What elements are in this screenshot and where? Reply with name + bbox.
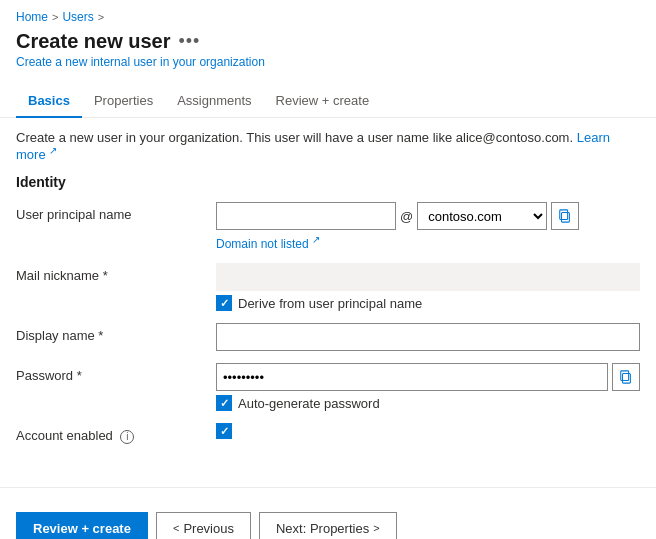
account-enabled-label: Account enabled i: [16, 423, 216, 444]
breadcrumb-users[interactable]: Users: [62, 10, 93, 24]
mail-nickname-display: [216, 263, 640, 291]
tab-properties[interactable]: Properties: [82, 85, 165, 118]
password-control: Auto-generate password: [216, 363, 640, 411]
breadcrumb: Home > Users >: [0, 0, 656, 30]
derive-label: Derive from user principal name: [238, 296, 422, 311]
at-symbol: @: [400, 209, 413, 224]
more-options-icon[interactable]: •••: [179, 31, 201, 52]
password-copy-button[interactable]: [612, 363, 640, 391]
display-name-input[interactable]: [216, 323, 640, 351]
svg-rect-3: [621, 371, 629, 381]
account-enabled-row: Account enabled i: [16, 423, 640, 451]
password-input[interactable]: [216, 363, 608, 391]
svg-rect-1: [560, 210, 568, 220]
display-name-control: [216, 323, 640, 351]
next-chevron-icon: >: [373, 522, 379, 534]
account-enabled-info-icon[interactable]: i: [120, 430, 134, 444]
svg-rect-2: [623, 374, 631, 384]
review-create-button[interactable]: Review + create: [16, 512, 148, 539]
page-title: Create new user: [16, 30, 171, 53]
breadcrumb-sep2: >: [98, 11, 104, 23]
upn-row: User principal name @ contoso.com Domain…: [16, 202, 640, 251]
domain-select[interactable]: contoso.com: [417, 202, 547, 230]
tab-assignments[interactable]: Assignments: [165, 85, 263, 118]
svg-rect-0: [562, 213, 570, 223]
mail-nickname-control: Derive from user principal name: [216, 263, 640, 311]
display-name-row: Display name *: [16, 323, 640, 351]
upn-control: @ contoso.com Domain not listed ↗: [216, 202, 640, 251]
account-enabled-control: [216, 423, 640, 439]
auto-generate-checkbox[interactable]: [216, 395, 232, 411]
prev-chevron-icon: <: [173, 522, 179, 534]
tab-basics[interactable]: Basics: [16, 85, 82, 118]
form-content: Create a new user in your organization. …: [0, 118, 656, 475]
info-text: Create a new user in your organization. …: [16, 130, 640, 162]
auto-generate-label: Auto-generate password: [238, 396, 380, 411]
upn-copy-button[interactable]: [551, 202, 579, 230]
password-label: Password *: [16, 363, 216, 383]
account-enabled-checkbox[interactable]: [216, 423, 232, 439]
section-identity-title: Identity: [16, 174, 640, 190]
tabs-nav: Basics Properties Assignments Review + c…: [0, 85, 656, 118]
breadcrumb-home[interactable]: Home: [16, 10, 48, 24]
display-name-label: Display name *: [16, 323, 216, 343]
tab-review-create[interactable]: Review + create: [264, 85, 382, 118]
previous-button[interactable]: < Previous: [156, 512, 251, 539]
upn-input[interactable]: [216, 202, 396, 230]
page-header: Create new user ••• Create a new interna…: [0, 30, 656, 77]
password-row: Password * Auto-generate password: [16, 363, 640, 411]
footer: Review + create < Previous Next: Propert…: [0, 500, 656, 539]
breadcrumb-sep1: >: [52, 11, 58, 23]
upn-label: User principal name: [16, 202, 216, 222]
page-subtitle: Create a new internal user in your organ…: [16, 55, 640, 69]
mail-nickname-row: Mail nickname * Derive from user princip…: [16, 263, 640, 311]
domain-not-listed-link[interactable]: Domain not listed ↗: [216, 234, 640, 251]
derive-checkbox[interactable]: [216, 295, 232, 311]
next-button[interactable]: Next: Properties >: [259, 512, 397, 539]
mail-nickname-label: Mail nickname *: [16, 263, 216, 283]
footer-divider: [0, 487, 656, 488]
